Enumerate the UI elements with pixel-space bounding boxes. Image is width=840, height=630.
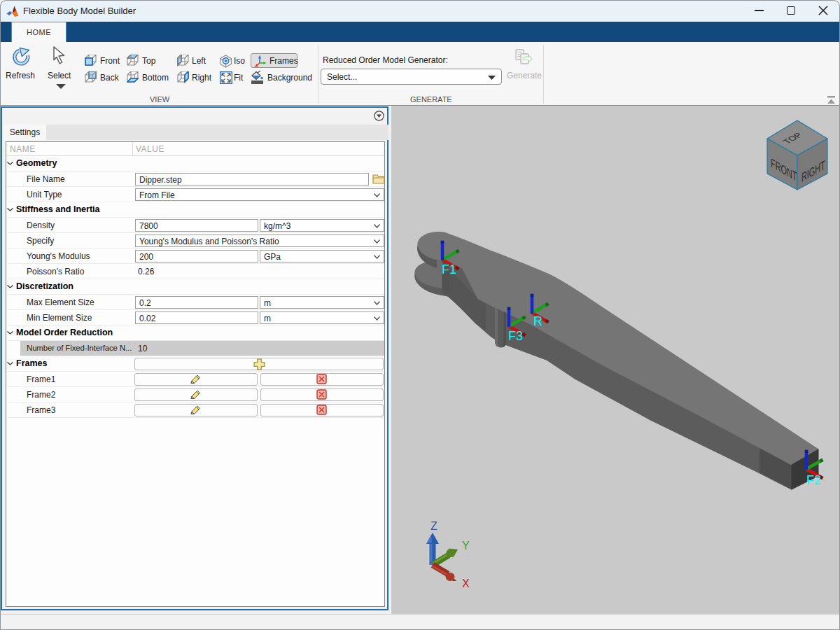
svg-text:Y: Y	[462, 540, 470, 552]
svg-text:X: X	[462, 578, 470, 589]
svg-text:F1: F1	[442, 262, 456, 276]
svg-text:F3: F3	[508, 329, 523, 343]
svg-text:Z: Z	[430, 520, 438, 532]
svg-text:F2: F2	[806, 473, 821, 487]
svg-text:R: R	[533, 314, 542, 328]
